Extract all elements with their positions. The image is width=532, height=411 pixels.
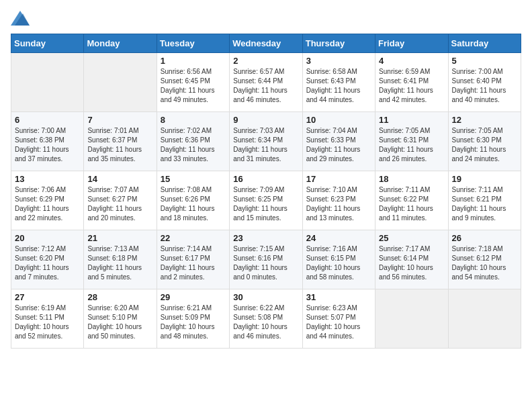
calendar-cell: 5Sunrise: 7:00 AM Sunset: 6:40 PM Daylig… bbox=[448, 53, 521, 112]
calendar-cell: 20Sunrise: 7:12 AM Sunset: 6:20 PM Dayli… bbox=[11, 230, 84, 289]
calendar-cell: 9Sunrise: 7:03 AM Sunset: 6:34 PM Daylig… bbox=[230, 112, 302, 171]
day-info: Sunrise: 6:59 AM Sunset: 6:41 PM Dayligh… bbox=[379, 67, 444, 105]
day-number: 29 bbox=[161, 292, 226, 302]
weekday-header: Tuesday bbox=[157, 34, 229, 53]
day-info: Sunrise: 7:13 AM Sunset: 6:18 PM Dayligh… bbox=[87, 244, 152, 282]
day-info: Sunrise: 7:00 AM Sunset: 6:38 PM Dayligh… bbox=[15, 126, 80, 164]
calendar-week-row: 27Sunrise: 6:19 AM Sunset: 5:11 PM Dayli… bbox=[11, 289, 521, 349]
weekday-header: Friday bbox=[375, 34, 448, 53]
calendar-cell: 14Sunrise: 7:07 AM Sunset: 6:27 PM Dayli… bbox=[84, 171, 157, 230]
day-number: 6 bbox=[15, 115, 80, 125]
calendar-cell: 1Sunrise: 6:56 AM Sunset: 6:45 PM Daylig… bbox=[157, 53, 229, 112]
day-number: 24 bbox=[306, 233, 371, 243]
day-info: Sunrise: 7:16 AM Sunset: 6:15 PM Dayligh… bbox=[306, 244, 371, 282]
day-number: 31 bbox=[306, 292, 371, 302]
calendar-cell: 23Sunrise: 7:15 AM Sunset: 6:16 PM Dayli… bbox=[230, 230, 302, 289]
calendar-cell: 24Sunrise: 7:16 AM Sunset: 6:15 PM Dayli… bbox=[302, 230, 375, 289]
day-info: Sunrise: 7:09 AM Sunset: 6:25 PM Dayligh… bbox=[233, 185, 298, 223]
day-info: Sunrise: 7:04 AM Sunset: 6:33 PM Dayligh… bbox=[306, 126, 371, 164]
day-info: Sunrise: 7:03 AM Sunset: 6:34 PM Dayligh… bbox=[233, 126, 298, 164]
day-number: 10 bbox=[306, 115, 371, 125]
header-row: SundayMondayTuesdayWednesdayThursdayFrid… bbox=[11, 34, 521, 53]
calendar-cell: 12Sunrise: 7:05 AM Sunset: 6:30 PM Dayli… bbox=[448, 112, 521, 171]
calendar-cell: 19Sunrise: 7:11 AM Sunset: 6:21 PM Dayli… bbox=[448, 171, 521, 230]
day-number: 21 bbox=[87, 233, 152, 243]
calendar-cell: 3Sunrise: 6:58 AM Sunset: 6:43 PM Daylig… bbox=[302, 53, 375, 112]
day-number: 11 bbox=[379, 115, 444, 125]
day-number: 22 bbox=[161, 233, 226, 243]
day-info: Sunrise: 6:19 AM Sunset: 5:11 PM Dayligh… bbox=[15, 304, 80, 341]
weekday-header: Wednesday bbox=[230, 34, 302, 53]
calendar-cell: 27Sunrise: 6:19 AM Sunset: 5:11 PM Dayli… bbox=[11, 289, 84, 349]
day-number: 3 bbox=[306, 56, 371, 66]
calendar-cell bbox=[375, 289, 448, 349]
day-number: 20 bbox=[15, 233, 80, 243]
day-number: 30 bbox=[233, 292, 298, 302]
calendar-cell: 18Sunrise: 7:11 AM Sunset: 6:22 PM Dayli… bbox=[375, 171, 448, 230]
day-info: Sunrise: 7:11 AM Sunset: 6:22 PM Dayligh… bbox=[379, 185, 444, 223]
calendar-cell bbox=[84, 53, 157, 112]
calendar-week-row: 6Sunrise: 7:00 AM Sunset: 6:38 PM Daylig… bbox=[11, 112, 521, 171]
calendar-cell: 7Sunrise: 7:01 AM Sunset: 6:37 PM Daylig… bbox=[84, 112, 157, 171]
day-number: 7 bbox=[87, 115, 152, 125]
day-info: Sunrise: 7:17 AM Sunset: 6:14 PM Dayligh… bbox=[379, 244, 444, 282]
weekday-header: Thursday bbox=[302, 34, 375, 53]
calendar-table: SundayMondayTuesdayWednesdayThursdayFrid… bbox=[11, 34, 521, 349]
day-info: Sunrise: 7:00 AM Sunset: 6:40 PM Dayligh… bbox=[452, 67, 517, 105]
day-number: 4 bbox=[379, 56, 444, 66]
day-number: 25 bbox=[379, 233, 444, 243]
day-number: 14 bbox=[87, 174, 152, 184]
calendar-week-row: 1Sunrise: 6:56 AM Sunset: 6:45 PM Daylig… bbox=[11, 53, 521, 112]
logo-icon bbox=[11, 11, 30, 26]
logo bbox=[11, 11, 32, 26]
page-header bbox=[11, 11, 521, 26]
day-number: 15 bbox=[161, 174, 226, 184]
day-info: Sunrise: 6:57 AM Sunset: 6:44 PM Dayligh… bbox=[233, 67, 298, 105]
day-info: Sunrise: 6:58 AM Sunset: 6:43 PM Dayligh… bbox=[306, 67, 371, 105]
calendar-cell: 26Sunrise: 7:18 AM Sunset: 6:12 PM Dayli… bbox=[448, 230, 521, 289]
day-number: 8 bbox=[161, 115, 226, 125]
weekday-header: Saturday bbox=[448, 34, 521, 53]
calendar-cell: 16Sunrise: 7:09 AM Sunset: 6:25 PM Dayli… bbox=[230, 171, 302, 230]
calendar-cell: 6Sunrise: 7:00 AM Sunset: 6:38 PM Daylig… bbox=[11, 112, 84, 171]
calendar-cell: 11Sunrise: 7:05 AM Sunset: 6:31 PM Dayli… bbox=[375, 112, 448, 171]
day-number: 12 bbox=[452, 115, 517, 125]
day-info: Sunrise: 7:02 AM Sunset: 6:36 PM Dayligh… bbox=[161, 126, 226, 164]
day-number: 18 bbox=[379, 174, 444, 184]
day-info: Sunrise: 6:21 AM Sunset: 5:09 PM Dayligh… bbox=[161, 304, 226, 341]
calendar-cell bbox=[448, 289, 521, 349]
calendar-cell: 15Sunrise: 7:08 AM Sunset: 6:26 PM Dayli… bbox=[157, 171, 229, 230]
calendar-week-row: 20Sunrise: 7:12 AM Sunset: 6:20 PM Dayli… bbox=[11, 230, 521, 289]
calendar-cell: 8Sunrise: 7:02 AM Sunset: 6:36 PM Daylig… bbox=[157, 112, 229, 171]
day-info: Sunrise: 7:06 AM Sunset: 6:29 PM Dayligh… bbox=[15, 185, 80, 223]
day-info: Sunrise: 6:56 AM Sunset: 6:45 PM Dayligh… bbox=[161, 67, 226, 105]
day-info: Sunrise: 7:05 AM Sunset: 6:30 PM Dayligh… bbox=[452, 126, 517, 164]
calendar-cell bbox=[11, 53, 84, 112]
calendar-cell: 29Sunrise: 6:21 AM Sunset: 5:09 PM Dayli… bbox=[157, 289, 229, 349]
day-number: 27 bbox=[15, 292, 80, 302]
day-number: 5 bbox=[452, 56, 517, 66]
day-info: Sunrise: 7:07 AM Sunset: 6:27 PM Dayligh… bbox=[87, 185, 152, 223]
day-info: Sunrise: 6:20 AM Sunset: 5:10 PM Dayligh… bbox=[87, 304, 152, 341]
day-number: 1 bbox=[161, 56, 226, 66]
calendar-cell: 13Sunrise: 7:06 AM Sunset: 6:29 PM Dayli… bbox=[11, 171, 84, 230]
day-number: 26 bbox=[452, 233, 517, 243]
day-info: Sunrise: 7:10 AM Sunset: 6:23 PM Dayligh… bbox=[306, 185, 371, 223]
calendar-cell: 28Sunrise: 6:20 AM Sunset: 5:10 PM Dayli… bbox=[84, 289, 157, 349]
calendar-cell: 17Sunrise: 7:10 AM Sunset: 6:23 PM Dayli… bbox=[302, 171, 375, 230]
calendar-cell: 30Sunrise: 6:22 AM Sunset: 5:08 PM Dayli… bbox=[230, 289, 302, 349]
calendar-cell: 10Sunrise: 7:04 AM Sunset: 6:33 PM Dayli… bbox=[302, 112, 375, 171]
calendar-cell: 22Sunrise: 7:14 AM Sunset: 6:17 PM Dayli… bbox=[157, 230, 229, 289]
calendar-cell: 4Sunrise: 6:59 AM Sunset: 6:41 PM Daylig… bbox=[375, 53, 448, 112]
weekday-header: Sunday bbox=[11, 34, 84, 53]
day-number: 17 bbox=[306, 174, 371, 184]
weekday-header: Monday bbox=[84, 34, 157, 53]
day-info: Sunrise: 7:12 AM Sunset: 6:20 PM Dayligh… bbox=[15, 244, 80, 282]
calendar-cell: 31Sunrise: 6:23 AM Sunset: 5:07 PM Dayli… bbox=[302, 289, 375, 349]
day-number: 9 bbox=[233, 115, 298, 125]
day-info: Sunrise: 6:23 AM Sunset: 5:07 PM Dayligh… bbox=[306, 304, 371, 341]
day-info: Sunrise: 6:22 AM Sunset: 5:08 PM Dayligh… bbox=[233, 304, 298, 341]
day-info: Sunrise: 7:01 AM Sunset: 6:37 PM Dayligh… bbox=[87, 126, 152, 164]
day-number: 19 bbox=[452, 174, 517, 184]
day-info: Sunrise: 7:14 AM Sunset: 6:17 PM Dayligh… bbox=[161, 244, 226, 282]
